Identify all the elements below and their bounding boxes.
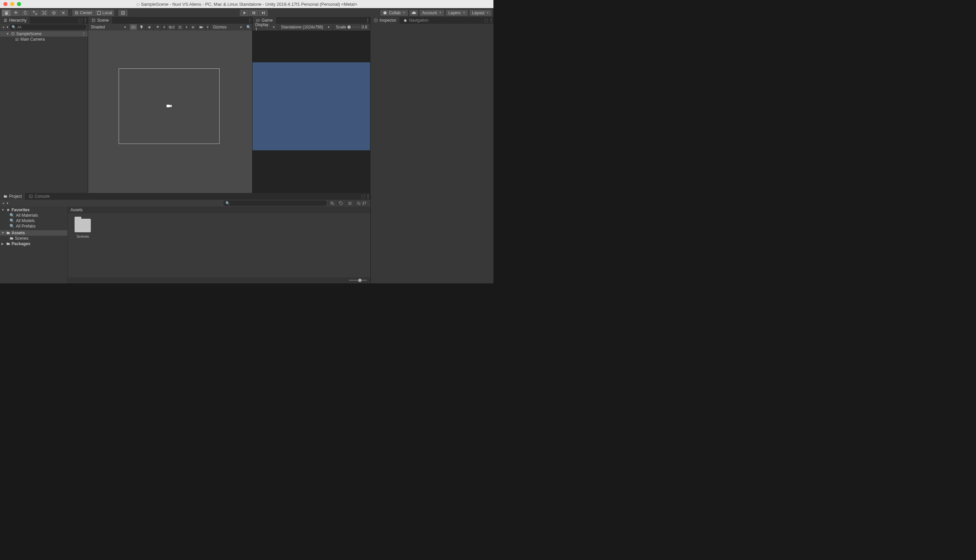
camera-gizmo-icon — [15, 37, 19, 41]
folder-icon — [10, 236, 13, 240]
scene-grid-dropdown[interactable]: ▼ — [184, 24, 189, 30]
gizmos-dropdown[interactable]: Gizmos▼ — [210, 24, 246, 30]
favorite-item[interactable]: 🔍All Materials — [0, 213, 67, 218]
panel-menu-button[interactable]: ⋮ — [247, 17, 252, 24]
asset-label: Scenes — [77, 234, 89, 238]
close-window-button[interactable] — [3, 2, 7, 6]
game-toolbar: Display 1▼ Standalone (1024x768)▼ Scale … — [252, 24, 370, 30]
hierarchy-tree[interactable]: ▼ SampleScene ⋮ Main Camera — [0, 30, 88, 193]
scene-search-button[interactable]: 🔍 — [246, 24, 252, 30]
step-button[interactable] — [259, 10, 268, 16]
search-by-type-button[interactable] — [328, 201, 336, 205]
game-viewport[interactable] — [252, 30, 370, 193]
play-button[interactable] — [240, 10, 249, 16]
folder-row[interactable]: Scenes — [0, 236, 67, 241]
cloud-button[interactable] — [409, 10, 418, 16]
hidden-packages-button[interactable]: 17 — [355, 201, 369, 205]
pause-button[interactable] — [249, 10, 259, 16]
tab-inspector[interactable]: Inspector — [370, 17, 400, 24]
lock-icon[interactable]: ⬚ — [360, 193, 366, 200]
create-dropdown[interactable]: ＋▼ — [2, 24, 8, 30]
scene-viewport[interactable] — [88, 30, 252, 193]
minimize-window-button[interactable] — [10, 2, 14, 6]
panel-menu-button[interactable]: ⋮ — [83, 17, 88, 24]
effects-toggle-button[interactable] — [154, 24, 162, 30]
scale-slider[interactable]: Scale 0.6 — [333, 24, 370, 30]
project-search[interactable]: 🔍 — [223, 200, 327, 206]
search-icon: 🔍 — [10, 224, 15, 228]
display-dropdown[interactable]: Display 1▼ — [252, 24, 278, 30]
scene-camera-dropdown[interactable]: ▼ — [206, 24, 210, 30]
favorites-row[interactable]: ▼Favorites — [0, 207, 67, 213]
inspector-content — [370, 24, 493, 193]
layout-dropdown[interactable]: Layout▼ — [469, 10, 492, 16]
panel-menu-button[interactable]: ⋮ — [489, 17, 493, 24]
game-panel: Game ⋮ Display 1▼ Standalone (1024x768)▼… — [252, 17, 370, 193]
search-by-label-button[interactable] — [337, 201, 345, 205]
audio-toggle-button[interactable] — [146, 24, 154, 30]
2d-toggle-button[interactable]: 2D — [129, 24, 138, 30]
hierarchy-search[interactable]: 🔍 All — [10, 24, 87, 30]
custom-tools-button[interactable] — [58, 10, 68, 16]
panel-menu-button[interactable]: ⋮ — [366, 193, 370, 200]
maximize-window-button[interactable] — [17, 2, 21, 6]
game-render-output — [252, 62, 370, 150]
scene-camera-button[interactable] — [197, 24, 206, 30]
move-tool-button[interactable] — [11, 10, 21, 16]
svg-point-2 — [76, 12, 77, 13]
tab-project[interactable]: Project — [0, 193, 25, 200]
expand-arrow-icon[interactable]: ▼ — [6, 32, 10, 35]
asset-item-folder[interactable]: Scenes — [72, 217, 94, 238]
tab-navigation[interactable]: Navigation — [400, 17, 432, 24]
kebab-icon[interactable]: ⋮ — [82, 32, 86, 36]
effects-dropdown[interactable]: ▼ — [162, 24, 167, 30]
camera-icon[interactable] — [166, 103, 172, 108]
rect-tool-button[interactable] — [40, 10, 49, 16]
star-icon — [6, 208, 10, 212]
inspector-panel: Inspector Navigation ⬚ ⋮ — [370, 17, 493, 193]
save-search-button[interactable] — [346, 201, 353, 205]
tab-console[interactable]: Console — [25, 193, 53, 200]
pivot-rotation-button[interactable]: Local — [95, 10, 114, 16]
hierarchy-panel: Hierarchy ⬚ ⋮ ＋▼ 🔍 All ▼ SampleScene ⋮ M… — [0, 17, 88, 193]
aspect-dropdown[interactable]: Standalone (1024x768)▼ — [278, 24, 333, 30]
hand-tool-button[interactable] — [2, 10, 11, 16]
project-tree[interactable]: ▼Favorites 🔍All Materials 🔍All Models 🔍A… — [0, 207, 68, 283]
project-grid[interactable]: Scenes — [68, 213, 370, 277]
project-breadcrumb[interactable]: Assets — [68, 207, 370, 213]
scale-value: 0.6 — [362, 25, 368, 30]
scene-toolbar: Shaded▼ 2D ▼ 0 ▼ ▼ Gizmos▼ 🔍 — [88, 24, 252, 30]
shading-mode-dropdown[interactable]: Shaded▼ — [88, 24, 129, 30]
panel-menu-button[interactable]: ⋮ — [365, 17, 370, 24]
favorite-item[interactable]: 🔍All Models — [0, 218, 67, 223]
search-icon: 🔍 — [226, 201, 230, 205]
layers-dropdown[interactable]: Layers▼ — [445, 10, 468, 16]
grid-snap-button[interactable] — [118, 10, 128, 16]
lock-icon[interactable]: ⬚ — [78, 17, 83, 24]
collab-dropdown[interactable]: Collab▼ — [380, 10, 408, 16]
project-footer — [68, 277, 370, 283]
lock-icon[interactable]: ⬚ — [483, 17, 489, 24]
gameobject-row[interactable]: Main Camera — [0, 37, 88, 42]
tab-scene[interactable]: Scene — [88, 17, 112, 24]
project-create-dropdown[interactable]: ＋▼ — [2, 200, 8, 206]
pivot-mode-button[interactable]: Center — [72, 10, 95, 16]
folder-icon — [6, 231, 10, 235]
account-dropdown[interactable]: Account▼ — [419, 10, 445, 16]
assets-row[interactable]: ▼Assets — [0, 230, 67, 236]
scene-grid-button[interactable] — [176, 24, 184, 30]
traffic-lights — [0, 2, 21, 6]
tab-hierarchy[interactable]: Hierarchy — [0, 17, 30, 24]
slider-thumb[interactable] — [348, 25, 351, 29]
rotate-tool-button[interactable] — [21, 10, 30, 16]
hidden-objects-button[interactable]: 0 — [167, 24, 176, 30]
slider-thumb[interactable] — [358, 278, 362, 282]
favorite-item[interactable]: 🔍All Prefabs — [0, 223, 67, 229]
transform-tool-button[interactable] — [49, 10, 58, 16]
scale-tool-button[interactable] — [30, 10, 40, 16]
lighting-toggle-button[interactable] — [138, 24, 146, 30]
thumbnail-size-slider[interactable] — [349, 280, 367, 281]
scene-root-row[interactable]: ▼ SampleScene ⋮ — [0, 31, 88, 37]
scene-tools-button[interactable] — [189, 24, 197, 30]
packages-row[interactable]: ▶Packages — [0, 241, 67, 247]
